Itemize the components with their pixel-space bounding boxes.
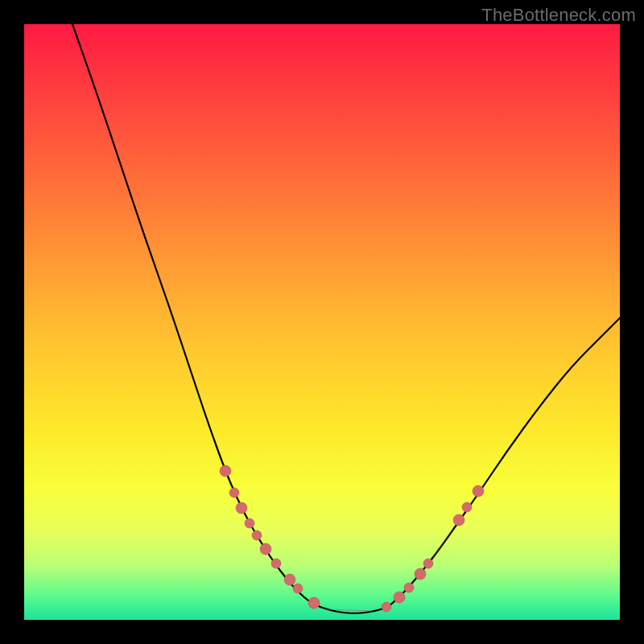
- chart-frame: TheBottleneck.com: [0, 0, 644, 644]
- marker-dot: [394, 592, 405, 603]
- curve-right-branch: [388, 318, 620, 607]
- marker-dot: [220, 465, 231, 477]
- marker-dot: [236, 502, 247, 514]
- curve-valley-floor: [320, 607, 388, 613]
- marker-dot: [404, 583, 414, 592]
- marker-dot: [423, 559, 433, 568]
- marker-dot: [415, 568, 426, 580]
- plot-area: [24, 24, 620, 620]
- marker-dot: [462, 502, 472, 512]
- curve-layer: [24, 24, 620, 620]
- marker-dot: [245, 518, 254, 528]
- marker-dot: [293, 584, 303, 593]
- marker-dot: [271, 559, 281, 568]
- marker-dot: [382, 602, 391, 612]
- marker-dot: [284, 574, 295, 585]
- marker-dot: [453, 514, 464, 526]
- marker-group: [220, 465, 484, 612]
- marker-dot: [308, 597, 320, 609]
- marker-dot: [260, 543, 271, 555]
- marker-capsule: [433, 530, 452, 557]
- curve-left-branch: [72, 24, 320, 607]
- watermark-text: TheBottleneck.com: [481, 5, 636, 26]
- marker-dot: [473, 485, 484, 497]
- marker-dot: [229, 488, 239, 497]
- marker-dot: [252, 530, 262, 540]
